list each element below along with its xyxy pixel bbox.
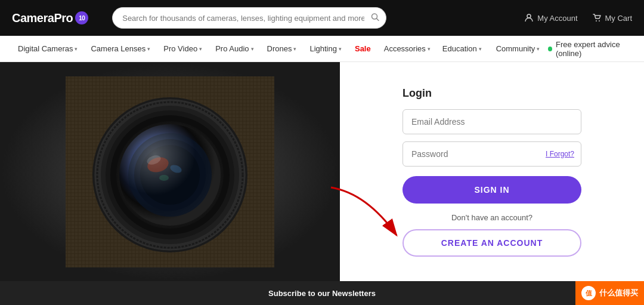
my-account-label: My Account — [537, 14, 577, 23]
cart-icon — [592, 13, 602, 23]
logo-text: CameraPro — [12, 11, 73, 25]
nav-camera-lenses[interactable]: Camera Lenses ▾ — [85, 36, 156, 62]
my-account-link[interactable]: My Account — [524, 13, 577, 23]
forgot-password-link[interactable]: I Forgot? — [546, 150, 574, 158]
chevron-icon: ▾ — [251, 46, 254, 52]
header-right: My Account My Cart — [524, 13, 632, 23]
search-button[interactable] — [371, 13, 379, 23]
my-cart-label: My Cart — [605, 14, 633, 23]
chevron-icon: ▾ — [293, 46, 296, 52]
free-advice: Free expert advice (online) — [548, 40, 632, 58]
nav-sale[interactable]: Sale — [349, 36, 377, 62]
watermark-icon: 值 — [581, 286, 596, 300]
login-title: Login — [402, 87, 581, 100]
logo[interactable]: CameraPro10 — [12, 11, 88, 25]
camera-section — [0, 62, 340, 281]
svg-point-21 — [119, 124, 221, 226]
svg-point-2 — [527, 14, 531, 18]
chevron-icon: ▾ — [537, 46, 540, 52]
nav-accessories[interactable]: Accessories ▾ — [378, 36, 436, 62]
main-content: Login I Forgot? SIGN IN Don't have an ac… — [0, 62, 644, 281]
chevron-icon: ▾ — [199, 46, 202, 52]
search-input[interactable] — [112, 7, 386, 29]
camera-image — [0, 62, 340, 281]
account-icon — [524, 13, 534, 23]
nav-right: Education ▾ Community ▾ Free expert advi… — [436, 36, 632, 62]
login-section: Login I Forgot? SIGN IN Don't have an ac… — [340, 62, 644, 281]
site-footer: Subscribe to our Newsletters — [0, 281, 644, 305]
main-nav: Digital Cameras ▾ Camera Lenses ▾ Pro Vi… — [0, 36, 644, 62]
online-indicator — [548, 47, 552, 51]
chevron-icon: ▾ — [339, 46, 342, 52]
create-account-button[interactable]: CREATE AN ACCOUNT — [402, 229, 581, 257]
my-cart-link[interactable]: My Cart — [592, 13, 633, 23]
lens-image — [66, 76, 274, 267]
nav-pro-audio[interactable]: Pro Audio ▾ — [209, 36, 259, 62]
create-account-wrapper: CREATE AN ACCOUNT — [402, 229, 581, 257]
email-input[interactable] — [402, 109, 581, 134]
nav-digital-cameras[interactable]: Digital Cameras ▾ — [12, 36, 83, 62]
watermark: 值 什么值得买 — [575, 281, 644, 305]
nav-left: Digital Cameras ▾ Camera Lenses ▾ Pro Vi… — [12, 36, 436, 62]
chevron-icon: ▾ — [147, 46, 150, 52]
svg-point-24 — [159, 175, 169, 181]
svg-point-3 — [596, 20, 597, 21]
logo-icon: 10 — [75, 11, 88, 24]
watermark-text: 什么值得买 — [599, 288, 638, 298]
password-row: I Forgot? — [402, 141, 581, 167]
nav-community[interactable]: Community ▾ — [490, 36, 546, 62]
subscribe-text: Subscribe to our Newsletters — [268, 289, 376, 298]
search-bar — [112, 7, 386, 29]
nav-pro-video[interactable]: Pro Video ▾ — [157, 36, 208, 62]
nav-lighting[interactable]: Lighting ▾ — [304, 36, 348, 62]
login-box: Login I Forgot? SIGN IN Don't have an ac… — [402, 87, 581, 257]
chevron-icon: ▾ — [428, 46, 431, 52]
chevron-icon: ▾ — [75, 46, 78, 52]
chevron-icon: ▾ — [479, 46, 482, 52]
sign-in-button[interactable]: SIGN IN — [402, 176, 581, 204]
svg-line-1 — [377, 19, 379, 21]
search-icon — [371, 13, 379, 21]
nav-education[interactable]: Education ▾ — [436, 36, 488, 62]
nav-drones[interactable]: Drones ▾ — [261, 36, 303, 62]
site-header: CameraPro10 My Account My Cart — [0, 0, 644, 36]
no-account-text: Don't have an account? — [402, 213, 581, 222]
free-advice-label: Free expert advice (online) — [556, 40, 632, 58]
svg-point-4 — [599, 20, 600, 21]
